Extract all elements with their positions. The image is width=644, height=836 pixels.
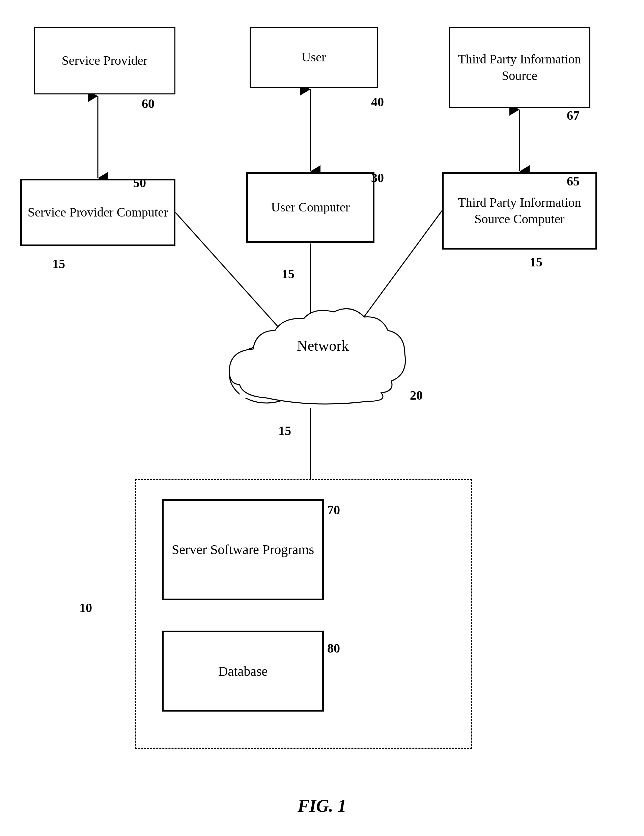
service-provider-computer-label: Service Provider Computer <box>28 204 168 220</box>
service-provider-box: Service Provider <box>34 27 175 95</box>
ref-10: 10 <box>79 600 92 615</box>
service-provider-label: Service Provider <box>62 52 147 69</box>
ref-65: 65 <box>567 174 580 188</box>
figure-caption: FIG. 1 <box>297 796 346 816</box>
ref-15-bottom: 15 <box>278 423 291 438</box>
user-box: User <box>250 27 378 88</box>
user-computer-label: User Computer <box>271 199 350 216</box>
ref-40: 40 <box>371 95 384 109</box>
ref-20: 20 <box>410 388 423 403</box>
user-computer-box: User Computer <box>246 172 374 243</box>
third-party-label: Third Party Information Source <box>449 51 589 84</box>
ref-70: 70 <box>327 503 340 517</box>
network-label: Network <box>297 337 349 354</box>
ref-80: 80 <box>327 641 340 656</box>
ref-15-center: 15 <box>282 266 294 281</box>
database-box: Database <box>162 630 324 712</box>
third-party-computer-label: Third Party Information Source Computer <box>444 194 595 228</box>
ref-15-left: 15 <box>52 256 65 271</box>
ref-60: 60 <box>142 96 155 111</box>
service-provider-computer-box: Service Provider Computer <box>20 179 175 246</box>
third-party-information-source-box: Third Party Information Source <box>449 27 590 108</box>
ref-67: 67 <box>567 108 580 123</box>
ref-50: 50 <box>133 175 146 190</box>
svg-point-17 <box>229 346 304 403</box>
server-software-label: Server Software Programs <box>172 541 314 558</box>
ref-30: 30 <box>371 170 384 185</box>
server-software-programs-box: Server Software Programs <box>162 499 324 600</box>
user-label: User <box>302 49 326 65</box>
database-label: Database <box>218 663 268 679</box>
ref-15-right: 15 <box>530 255 543 269</box>
svg-rect-21 <box>240 371 395 398</box>
